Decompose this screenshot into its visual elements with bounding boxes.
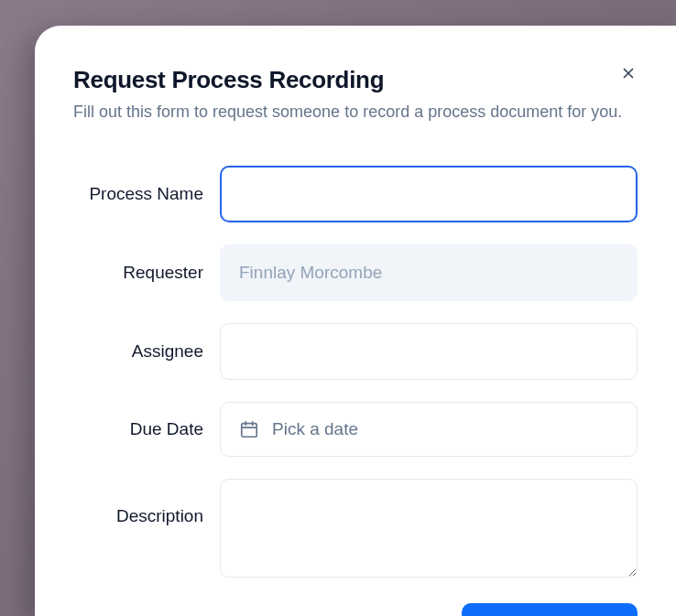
requester-row: Requester [73, 244, 638, 301]
submit-row [73, 603, 638, 616]
assignee-input[interactable] [220, 323, 638, 380]
modal-header: Request Process Recording Fill out this … [73, 66, 638, 125]
description-wrap [220, 479, 638, 581]
process-name-label: Process Name [73, 184, 220, 204]
modal-title: Request Process Recording [73, 66, 638, 94]
due-date-label: Due Date [73, 419, 220, 439]
requester-label: Requester [73, 263, 220, 283]
calendar-icon [239, 419, 259, 439]
modal-subtitle: Fill out this form to request someone to… [73, 100, 638, 125]
close-button[interactable] [616, 60, 641, 86]
description-textarea[interactable] [220, 479, 638, 578]
assignee-label: Assignee [73, 341, 220, 362]
due-date-row: Due Date Pick a date [73, 402, 638, 457]
close-icon [620, 65, 637, 81]
description-row: Description [73, 479, 638, 581]
assignee-row: Assignee [73, 323, 638, 380]
process-name-input[interactable] [220, 166, 638, 222]
requester-wrap [220, 244, 638, 301]
due-date-picker[interactable]: Pick a date [220, 402, 638, 457]
process-name-wrap [220, 166, 638, 222]
svg-rect-0 [242, 423, 257, 437]
description-label: Description [73, 479, 220, 526]
due-date-placeholder: Pick a date [272, 419, 358, 439]
assignee-wrap [220, 323, 638, 380]
due-date-wrap: Pick a date [220, 402, 638, 457]
request-process-recording-modal: Request Process Recording Fill out this … [35, 26, 676, 616]
requester-input [220, 244, 638, 301]
submit-button[interactable] [462, 603, 638, 616]
process-name-row: Process Name [73, 166, 638, 222]
